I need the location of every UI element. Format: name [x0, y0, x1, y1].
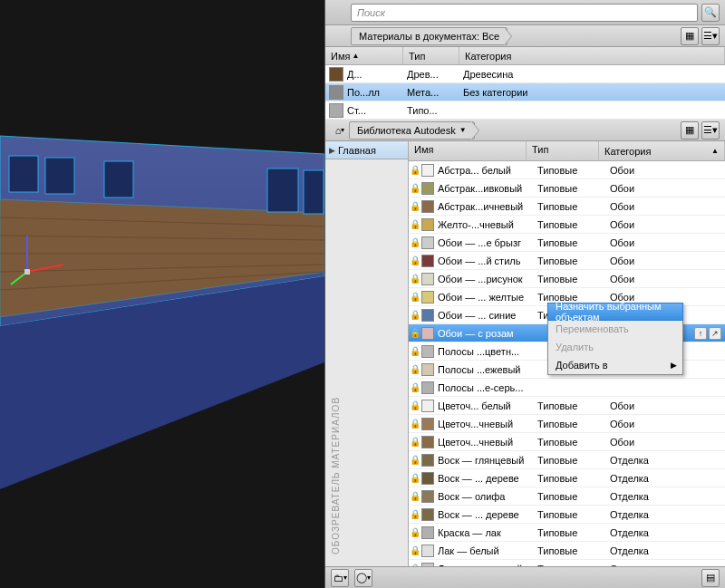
- cell-category: Без категории: [463, 87, 725, 98]
- material-swatch: [421, 309, 434, 322]
- table-row[interactable]: 🔒 Краска — лак Типовые Отделка: [409, 524, 725, 542]
- svg-rect-5: [45, 158, 74, 194]
- column-category[interactable]: Категория▲: [599, 141, 725, 160]
- material-swatch: [421, 273, 434, 285]
- context-menu-item[interactable]: Назначить выбранным объектам: [547, 303, 683, 321]
- table-row[interactable]: Д... Древ... Древесина: [325, 65, 725, 83]
- breadcrumb-item-library[interactable]: Библиотека Autodesk ▼: [349, 121, 475, 140]
- column-category[interactable]: Категория: [459, 47, 725, 64]
- cell-category: Отделка: [610, 473, 725, 484]
- lock-icon: 🔒: [409, 219, 421, 229]
- table-row[interactable]: 🔒 Обои — ...й стиль Типовые Обои: [409, 252, 725, 270]
- table-row[interactable]: 🔒 Обои — ...е брызг Типовые Обои: [409, 234, 725, 252]
- cell-type: Типовые: [537, 219, 610, 230]
- manage-libs-button[interactable]: 🗀▾: [331, 569, 349, 587]
- tree-item-root[interactable]: ▶ Главная: [325, 141, 408, 159]
- material-swatch: [421, 182, 434, 195]
- material-swatch: [421, 164, 434, 177]
- table-row[interactable]: 🔒 Цветоч...чневый Типовые Обои: [409, 433, 725, 451]
- cell-name: Лак — белый: [438, 545, 537, 556]
- material-swatch: [329, 85, 343, 100]
- cell-type: Типовые: [537, 165, 610, 176]
- lock-icon: 🔒: [409, 364, 421, 374]
- svg-rect-6: [104, 161, 133, 198]
- table-row[interactable]: 🔒 Цветоч... белый Типовые Обои: [409, 397, 725, 415]
- table-row[interactable]: 🔒 Лак — белый Типовые Отделка: [409, 542, 725, 560]
- cell-type: Типовые: [537, 473, 610, 484]
- svg-rect-7: [267, 169, 298, 212]
- cell-type: Типовые: [537, 183, 610, 194]
- context-menu-item[interactable]: Добавить в▶: [548, 356, 682, 374]
- cell-name: Обои — ...рисунок: [438, 274, 537, 284]
- table-row[interactable]: 🔒 Абстра... белый Типовые Обои: [409, 161, 725, 179]
- context-menu-item: Удалить: [548, 338, 682, 356]
- column-name[interactable]: Имя▲: [325, 47, 403, 64]
- material-swatch: [421, 490, 434, 503]
- lock-icon: 🔒: [409, 165, 421, 175]
- search-input[interactable]: Поиск: [351, 4, 698, 22]
- table-row[interactable]: Ст... Типо...: [325, 101, 725, 120]
- material-swatch: [421, 381, 434, 394]
- lock-icon: 🔒: [409, 382, 421, 392]
- material-swatch: [421, 563, 434, 567]
- table-row[interactable]: 🔒 Желто-...чневый Типовые Обои: [409, 216, 725, 234]
- lock-icon: 🔒: [409, 564, 421, 566]
- cell-category: Обои: [610, 237, 725, 248]
- table-row[interactable]: 🔒 Лак — п...зрачный Типовые Отделка: [409, 560, 725, 566]
- panel-title-vertical: ОБОЗРЕВАТЕЛЬ МАТЕРИАЛОВ: [327, 385, 343, 566]
- material-swatch: [421, 345, 434, 358]
- material-swatch: [421, 218, 434, 231]
- breadcrumb-item-docs[interactable]: Материалы в документах: Все: [351, 27, 508, 45]
- material-swatch: [329, 103, 343, 118]
- cell-name: Обои — ... желтые: [438, 292, 537, 303]
- cell-category: Отделка: [610, 491, 725, 502]
- lock-icon: 🔒: [409, 346, 421, 356]
- cell-type: Типовые: [537, 201, 610, 212]
- table-row[interactable]: 🔒 Воск — ... дереве Типовые Отделка: [409, 506, 725, 524]
- cell-name: Цветоч... белый: [438, 400, 537, 411]
- svg-rect-17: [24, 269, 30, 275]
- cell-type: Древ...: [407, 69, 463, 80]
- table-row[interactable]: 🔒 Полосы ...е-серь...: [409, 379, 725, 397]
- search-button[interactable]: 🔍: [701, 4, 720, 22]
- cell-name: Обои — ... синие: [438, 310, 537, 321]
- table-row[interactable]: 🔒 Абстрак...ивковый Типовые Обои: [409, 179, 725, 198]
- cell-type: Типовые: [537, 527, 610, 538]
- lock-icon: 🔒: [409, 491, 421, 501]
- material-swatch: [421, 526, 434, 539]
- home-icon: ⌂: [335, 125, 342, 136]
- properties-button[interactable]: ▤: [701, 569, 720, 587]
- view-grid-button[interactable]: ▦: [681, 121, 699, 140]
- apply-button[interactable]: ↑: [694, 327, 707, 340]
- home-button[interactable]: ⌂▾: [331, 121, 349, 140]
- table-row[interactable]: По...лл Мета... Без категории: [325, 83, 725, 101]
- table-row[interactable]: 🔒 Воск — глянцевый Типовые Отделка: [409, 451, 725, 469]
- view-grid-button[interactable]: ▦: [681, 27, 699, 45]
- table-row[interactable]: 🔒 Воск — ... дереве Типовые Отделка: [409, 469, 725, 487]
- context-menu: Назначить выбранным объектамПереименоват…: [547, 303, 683, 375]
- docs-breadcrumb: Материалы в документах: Все ▦ ☰▾: [325, 25, 725, 47]
- chevron-down-icon: ▼: [459, 126, 467, 134]
- create-material-button[interactable]: ◯▾: [354, 569, 372, 587]
- cell-type: Типовые: [537, 509, 610, 520]
- tree-collapse-icon: ▶: [329, 146, 335, 155]
- column-type[interactable]: Тип: [527, 141, 599, 160]
- viewport-3d[interactable]: [0, 0, 324, 588]
- table-row[interactable]: 🔒 Обои — ...рисунок Типовые Обои: [409, 270, 725, 288]
- column-type[interactable]: Тип: [403, 47, 459, 64]
- column-name[interactable]: Имя: [409, 141, 527, 160]
- breadcrumb-label: Материалы в документах: Все: [359, 31, 499, 42]
- view-list-button[interactable]: ☰▾: [701, 27, 720, 45]
- cell-category: Отделка: [610, 545, 725, 556]
- edit-button[interactable]: ↗: [709, 327, 721, 340]
- lock-icon: 🔒: [409, 545, 421, 555]
- materials-browser-panel: Поиск 🔍 Материалы в документах: Все ▦ ☰▾…: [324, 0, 725, 588]
- cell-category: Обои: [610, 274, 725, 284]
- table-row[interactable]: 🔒 Цветоч...чневый Типовые Обои: [409, 415, 725, 433]
- statusbar: 🗀▾ ◯▾ ▤: [325, 566, 725, 588]
- cell-name: Воск — олифа: [438, 491, 537, 502]
- cell-type: Типовые: [537, 419, 610, 429]
- view-list-button[interactable]: ☰▾: [701, 121, 720, 140]
- table-row[interactable]: 🔒 Абстрак...ичневый Типовые Обои: [409, 198, 725, 216]
- table-row[interactable]: 🔒 Воск — олифа Типовые Отделка: [409, 487, 725, 506]
